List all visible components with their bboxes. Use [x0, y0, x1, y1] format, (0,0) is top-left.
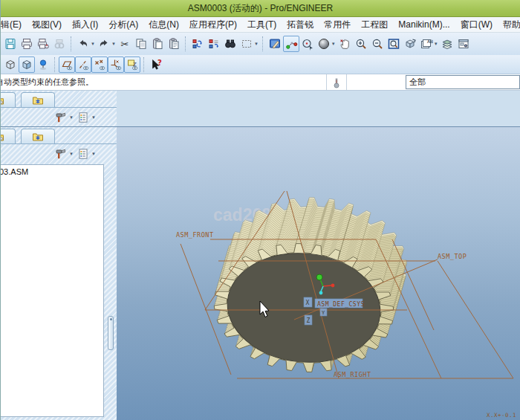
datum-axis-display-button[interactable] [75, 56, 91, 73]
shaded-display-button[interactable] [19, 56, 35, 73]
menu-item-6[interactable]: 应用程序(P) [184, 18, 242, 32]
csys-display-icon [109, 58, 123, 71]
copy-icon [134, 37, 148, 51]
tab-favorites[interactable] [21, 92, 55, 107]
layers-button[interactable] [439, 36, 455, 52]
tab-favorites[interactable] [21, 129, 55, 143]
repaint-icon [268, 37, 282, 51]
toolbar-separator [262, 36, 264, 51]
point-display-button[interactable] [91, 56, 108, 73]
menu-item-11[interactable]: Manikin(M)... [393, 19, 455, 30]
annotation-display-button[interactable]: Z [124, 56, 140, 73]
dropdown-arrow-icon[interactable]: ▼ [111, 42, 116, 46]
spin-center-display-button[interactable] [283, 36, 299, 52]
pan-zoom-button[interactable] [337, 36, 353, 52]
menu-item-12[interactable]: 窗口(W) [455, 18, 498, 32]
menu-item-4[interactable]: 分析(A) [103, 18, 143, 32]
dropdown-arrow-icon[interactable]: ▼ [91, 42, 95, 46]
cut-button[interactable]: ✂ [117, 36, 133, 52]
context-help-icon: ? [149, 58, 163, 71]
paste-button[interactable] [149, 36, 166, 52]
copy-button[interactable] [133, 36, 149, 52]
zoom-in-button[interactable] [353, 36, 369, 52]
folder-favorites-icon [31, 94, 45, 107]
annotation-display-icon: Z [126, 58, 139, 71]
menu-item-10[interactable]: 工程图 [356, 18, 393, 32]
tree-settings-button[interactable] [76, 110, 91, 125]
save-button[interactable] [2, 36, 19, 52]
menu-item-2[interactable]: 视图(V) [27, 18, 67, 32]
tree-settings-icon [77, 111, 90, 124]
find-icon [224, 37, 237, 51]
toolbar-separator [54, 57, 56, 72]
datum-label-asm-right[interactable]: ASM_RIGHT [334, 371, 371, 378]
dropdown-arrow-icon[interactable]: ▼ [254, 42, 259, 46]
menu-item-1[interactable]: 辑(E) [0, 18, 27, 32]
title-bar[interactable]: ASM0003 (活动的) - Pro/ENGINEER [1, 0, 520, 17]
selection-filter-combo[interactable]: 全部 [406, 75, 520, 89]
link-icon [53, 37, 66, 51]
paste-special-button[interactable] [166, 36, 182, 52]
dropdown-arrow-icon[interactable]: ▼ [434, 42, 438, 46]
menu-item-8[interactable]: 拓普锐 [282, 18, 319, 32]
tree-tools-button[interactable] [53, 110, 68, 125]
zoom-out-button[interactable] [369, 36, 386, 52]
dropdown-arrow-icon[interactable]: ▼ [331, 42, 336, 46]
undo-button[interactable] [75, 36, 91, 52]
repaint-button[interactable] [267, 36, 283, 52]
menu-item-5[interactable]: 信息(N) [143, 18, 184, 32]
tab-folder-browser[interactable] [0, 129, 16, 143]
navigator-tabs [1, 127, 117, 143]
dropdown-arrow-icon[interactable]: ▼ [69, 152, 74, 156]
spin-center-button[interactable] [35, 56, 51, 73]
wireframe-display-icon [4, 58, 17, 71]
pan-zoom-icon [338, 37, 351, 51]
datum-plane-display-button[interactable] [59, 56, 75, 73]
axis-label-x: X [306, 300, 310, 306]
menu-item-13[interactable]: 帮助(H) [498, 18, 520, 32]
toolbar-datum-display: Z? [1, 55, 520, 74]
redo-button[interactable] [96, 36, 112, 52]
print-button[interactable] [19, 36, 35, 52]
link-button[interactable] [51, 36, 68, 52]
saved-views-button[interactable]: AB [418, 36, 435, 52]
tree-tools-button[interactable] [53, 146, 68, 161]
menu-item-3[interactable]: 插入(I) [67, 18, 103, 32]
dropdown-arrow-icon[interactable]: ▼ [91, 115, 96, 120]
tolerance-note: X.X+-0.1 [487, 412, 516, 419]
panel-sash-handle[interactable] [108, 316, 114, 350]
select-box-button[interactable] [238, 36, 255, 52]
toolbar-separator [185, 36, 186, 51]
model-tree-panel: ▼▼ 03.ASM [1, 127, 117, 420]
tab-folder-browser[interactable] [0, 92, 16, 107]
reorient-button[interactable] [402, 36, 418, 52]
regenerate-manager-button[interactable] [206, 36, 222, 52]
selection-filter-value: 全部 [406, 77, 426, 88]
orient-mode-button[interactable] [299, 36, 316, 52]
regenerate-button[interactable] [189, 36, 206, 52]
dropdown-arrow-icon[interactable]: ▼ [91, 152, 96, 156]
view-manager-button[interactable] [455, 36, 472, 52]
csys-display-button[interactable] [108, 56, 124, 73]
datum-label-asm-top[interactable]: ASM_TOP [438, 253, 467, 260]
tree-item-assembly[interactable]: 03.ASM [1, 165, 103, 176]
message-bar: 自动类型约束的任意参照。 全部 [1, 74, 520, 91]
tree-settings-button[interactable] [76, 146, 91, 161]
menu-item-7[interactable]: 工具(T) [242, 18, 282, 32]
context-help-button[interactable]: ? [148, 56, 164, 73]
datum-label-asm-front[interactable]: ASM_FRONT [176, 231, 214, 239]
view-manager-icon [457, 37, 470, 51]
triad-z-dot [319, 291, 323, 295]
folder-browser-icon [0, 94, 5, 107]
shading-style-button[interactable] [316, 36, 332, 52]
graphics-area[interactable]: cad2688.com [117, 127, 520, 420]
wireframe-display-button[interactable] [2, 56, 19, 73]
print-setup-button[interactable] [35, 36, 51, 52]
find-button[interactable] [222, 36, 238, 52]
triad-y-ball [316, 274, 322, 280]
proe-window: ASM0003 (活动的) - Pro/ENGINEER 辑(E)视图(V)插入… [0, 0, 520, 420]
refit-button[interactable] [386, 36, 402, 52]
menu-item-9[interactable]: 常用件 [319, 18, 356, 32]
dropdown-arrow-icon[interactable]: ▼ [69, 115, 74, 120]
model-tree: 03.ASM [1, 164, 104, 417]
